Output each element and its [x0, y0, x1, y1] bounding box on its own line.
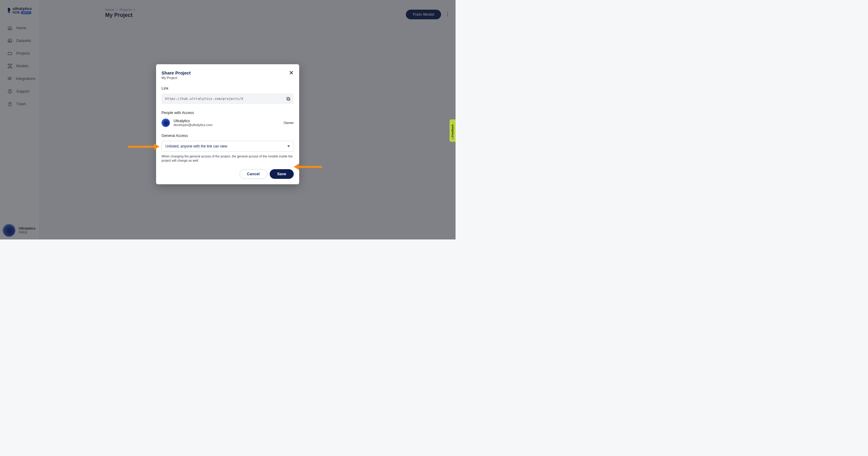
annotation-arrow-save: [294, 164, 322, 170]
person-role: Owner: [283, 121, 294, 124]
person-avatar: [161, 118, 170, 127]
feedback-label: Feedback: [451, 124, 454, 137]
link-section-label: Link: [161, 86, 294, 90]
close-icon[interactable]: [288, 70, 294, 76]
copy-icon[interactable]: [286, 96, 291, 101]
people-section-label: People with Access: [161, 111, 294, 115]
smiley-icon: ☺: [451, 137, 454, 140]
svg-rect-5: [287, 98, 290, 101]
general-access-select[interactable]: Unlisted, anyone with the link can view: [161, 141, 294, 152]
modal-title: Share Project: [161, 70, 294, 76]
save-button[interactable]: Save: [270, 169, 294, 179]
feedback-tab[interactable]: Feedback ☺: [450, 119, 456, 142]
share-link-field[interactable]: https://hub.ultralytics.com/projects/X: [161, 93, 294, 104]
access-help-text: When changing the general access of the …: [161, 154, 294, 163]
person-row: Ultralytics developer@ultralytics.com Ow…: [161, 118, 294, 127]
chevron-down-icon: [287, 146, 290, 147]
annotation-arrow-select: [128, 143, 159, 150]
access-section-label: General Access: [161, 134, 294, 138]
modal-subtitle: My Project: [161, 76, 294, 80]
share-project-modal: Share Project My Project Link https://hu…: [156, 64, 299, 184]
person-email: developer@ultralytics.com: [174, 123, 212, 127]
cancel-button[interactable]: Cancel: [240, 169, 267, 179]
general-access-value: Unlisted, anyone with the link can view: [165, 144, 227, 148]
share-link-value: https://hub.ultralytics.com/projects/X: [165, 97, 243, 101]
person-name: Ultralytics: [174, 119, 212, 123]
svg-rect-6: [287, 97, 289, 99]
